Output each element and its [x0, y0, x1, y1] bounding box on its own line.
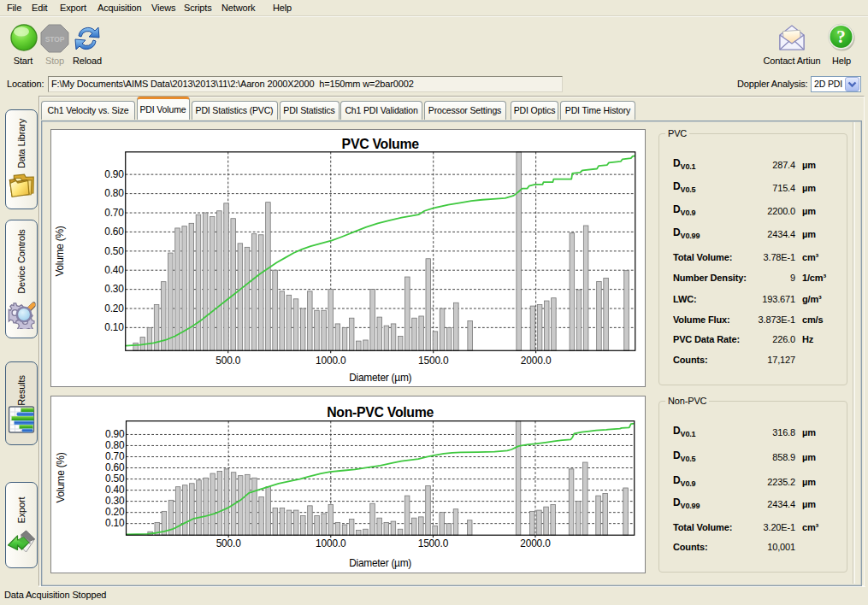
svg-text:0.10: 0.10 — [105, 517, 125, 529]
svg-text:0.30: 0.30 — [104, 283, 124, 295]
svg-text:0.50: 0.50 — [105, 473, 125, 485]
svg-text:0.40: 0.40 — [104, 264, 124, 276]
svg-text:0.30: 0.30 — [105, 495, 125, 507]
svg-text:1000.0: 1000.0 — [316, 537, 346, 549]
svg-text:1500.0: 1500.0 — [418, 355, 449, 367]
svg-text:Diameter (µm): Diameter (µm) — [349, 372, 411, 384]
svg-text:500.0: 500.0 — [216, 537, 242, 549]
svg-text:0.70: 0.70 — [104, 207, 124, 219]
svg-text:0.80: 0.80 — [105, 439, 125, 451]
svg-text:1500.0: 1500.0 — [418, 537, 449, 549]
svg-text:0.80: 0.80 — [104, 187, 124, 199]
svg-text:Volume (%): Volume (%) — [54, 226, 66, 276]
svg-text:0.60: 0.60 — [105, 461, 125, 473]
svg-text:0.70: 0.70 — [105, 450, 125, 462]
svg-text:0.10: 0.10 — [104, 321, 124, 333]
svg-text:0.50: 0.50 — [104, 245, 124, 257]
svg-text:0.40: 0.40 — [105, 484, 125, 496]
svg-text:0.60: 0.60 — [104, 226, 124, 238]
svg-text:0.90: 0.90 — [105, 428, 125, 440]
svg-text:2000.0: 2000.0 — [520, 537, 551, 549]
svg-text:STOP: STOP — [45, 35, 65, 44]
svg-text:Volume (%): Volume (%) — [55, 452, 67, 502]
svg-text:0.20: 0.20 — [105, 506, 125, 518]
svg-text:?: ? — [836, 26, 845, 47]
svg-text:1000.0: 1000.0 — [316, 355, 346, 367]
svg-text:Non-PVC Volume: Non-PVC Volume — [327, 405, 434, 420]
svg-text:500.0: 500.0 — [216, 355, 241, 367]
svg-text:0.20: 0.20 — [104, 302, 124, 314]
svg-text:Diameter (µm): Diameter (µm) — [349, 557, 411, 569]
svg-text:0.90: 0.90 — [104, 168, 124, 180]
svg-text:PVC Volume: PVC Volume — [342, 137, 420, 151]
svg-text:2000.0: 2000.0 — [521, 355, 552, 367]
